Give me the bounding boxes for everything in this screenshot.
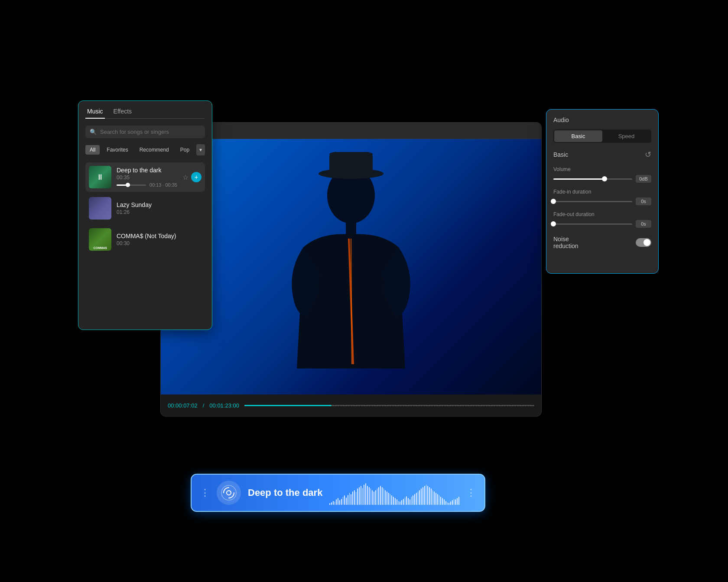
song-thumb-2 (89, 197, 111, 220)
song-thumb-1: ⏸ (89, 166, 111, 188)
filter-favorites[interactable]: Favorites (102, 145, 132, 155)
song-item-1[interactable]: ⏸ Deep to the dark 00:35 00:13 · 00:35 ☆ (85, 162, 205, 192)
audio-tab-basic[interactable]: Basic (554, 130, 602, 142)
svg-rect-4 (346, 221, 356, 234)
waveform-bar (348, 495, 348, 505)
waveform-bar (354, 490, 355, 505)
filter-dropdown[interactable]: ▾ (196, 144, 205, 155)
waveform-bar (426, 485, 427, 505)
waveform-bar (405, 498, 406, 505)
volume-slider-row: 0dB (553, 175, 651, 183)
song-duration-3: 00:30 (117, 240, 202, 246)
waveform-bar (370, 488, 371, 505)
waveform-bar (398, 501, 399, 505)
now-playing-bar: ⋮ Deep to the dark ⋮ (191, 474, 485, 512)
waveform-bar (391, 495, 392, 505)
waveform-bar (436, 493, 436, 505)
np-left-handle: ⋮ (200, 487, 210, 498)
tab-music[interactable]: Music (85, 108, 105, 119)
fadein-slider-row: 0s (553, 197, 651, 205)
waveform-bar (429, 487, 430, 505)
search-input[interactable] (100, 129, 201, 135)
filter-all[interactable]: All (85, 145, 100, 155)
waveform-bar (377, 488, 378, 505)
waveform-bar (410, 499, 410, 505)
waveform-bar (439, 495, 440, 505)
waveform-bar (414, 494, 415, 505)
fadein-label: Fade-in duration (553, 189, 651, 195)
waveform-bar (422, 487, 423, 505)
thumb-label-3: COMMA$ (90, 246, 110, 249)
song-name-3: COMMA$ (Not Today) (117, 233, 202, 239)
waveform-bar (401, 500, 402, 505)
waveform-bar (387, 491, 387, 505)
basic-section-header: Basic ↺ (553, 150, 651, 159)
waveform-bar (424, 486, 425, 505)
waveform-bar (364, 485, 364, 505)
audio-panel-title: Audio (553, 116, 651, 123)
waveform-bar (408, 498, 409, 505)
tab-effects[interactable]: Effects (112, 108, 134, 115)
waveform-bar (339, 500, 340, 505)
add-button-1[interactable]: + (191, 172, 202, 182)
volume-thumb[interactable] (602, 176, 607, 181)
fadein-slider[interactable] (553, 201, 632, 202)
progress-thumb-1 (126, 183, 130, 187)
waveform-bar (444, 499, 445, 505)
waveform-bar (445, 501, 446, 505)
waveform (329, 481, 459, 505)
star-button-1[interactable]: ☆ (182, 173, 188, 181)
progress-track-1[interactable] (117, 184, 146, 186)
filter-recommend[interactable]: Recommend (135, 145, 173, 155)
waveform-bar (351, 494, 351, 505)
fadeout-thumb[interactable] (551, 221, 556, 226)
timeline-track[interactable] (244, 405, 534, 406)
waveform-bar (341, 499, 342, 505)
waveform-bar (336, 499, 337, 505)
player-content: 00:00:07:02 / 00:01:23:00 (161, 139, 541, 416)
fadeout-control: Fade-out duration 0s (553, 211, 651, 228)
noise-reduction-toggle[interactable] (636, 238, 651, 247)
song-item-3[interactable]: COMMA$ COMMA$ (Not Today) 00:30 (85, 225, 205, 254)
waveform-bar (388, 493, 389, 505)
song-actions-1: ☆ + (182, 172, 202, 182)
waveform-bar (359, 487, 360, 505)
waveform-bar (416, 493, 417, 505)
audio-tabs: Basic Speed (553, 129, 651, 143)
waveform-bar (356, 492, 357, 505)
fadeout-label: Fade-out duration (553, 211, 651, 217)
waveform-bar (349, 493, 350, 505)
waveform-bar (411, 497, 412, 505)
waveform-bar (346, 498, 347, 505)
waveform-bar (331, 502, 332, 505)
fadeout-value: 0s (636, 220, 651, 228)
fadein-value: 0s (636, 197, 651, 205)
basic-label: Basic (553, 151, 568, 158)
titlebar: Player (161, 123, 541, 139)
audio-tab-speed[interactable]: Speed (602, 130, 650, 142)
fadein-thumb[interactable] (551, 199, 556, 204)
np-right-handle: ⋮ (466, 487, 476, 498)
waveform-bar (421, 488, 422, 505)
scene: Player (104, 96, 624, 486)
reset-button[interactable]: ↺ (645, 150, 651, 159)
volume-control: Volume 0dB (553, 166, 651, 183)
song-duration-1: 00:35 (117, 175, 177, 181)
timeline-bar: 00:00:07:02 / 00:01:23:00 (161, 394, 541, 416)
waveform-bar (434, 491, 435, 505)
waveform-bar (457, 498, 458, 505)
audio-panel: Audio Basic Speed Basic ↺ Volume 0dB Fad… (546, 109, 659, 274)
waveform-bar (403, 499, 404, 505)
waveform-bar (419, 490, 420, 505)
fadeout-slider-row: 0s (553, 220, 651, 228)
volume-fill (553, 178, 604, 180)
song-item-2[interactable]: Lazy Sunday 01:26 (85, 194, 205, 223)
waveform-bar (458, 497, 459, 505)
filter-pop[interactable]: Pop (176, 145, 194, 155)
fadeout-slider[interactable] (553, 223, 632, 225)
video-area (161, 139, 541, 394)
noise-reduction-label: Noisereduction (553, 236, 578, 249)
waveform-bar (344, 495, 345, 505)
waveform-bar (385, 490, 386, 505)
volume-slider[interactable] (553, 178, 632, 180)
